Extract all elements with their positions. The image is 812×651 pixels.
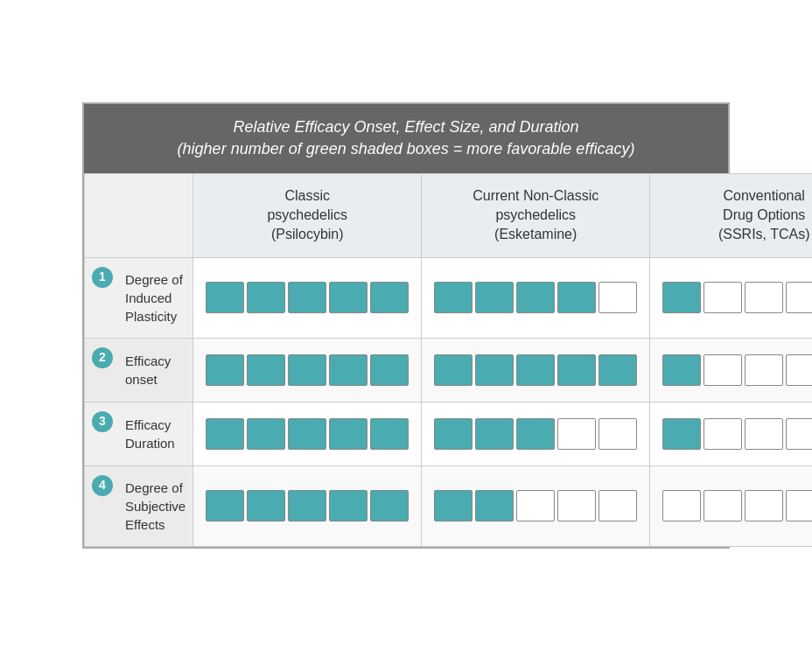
empty-box (516, 490, 555, 522)
empty-box (704, 282, 742, 313)
filled-box (662, 282, 701, 313)
empty-box (786, 282, 812, 313)
empty-box (704, 490, 742, 522)
header-nonclassic: Current Non-Classicpsychedelics(Esketami… (422, 173, 650, 257)
filled-box (288, 418, 326, 450)
filled-box (370, 354, 409, 386)
box-group (206, 282, 409, 313)
empty-box (598, 282, 637, 313)
row-label-text: Degree of Subjective Effects (125, 479, 186, 534)
row-label-0: 1Degree of Induced Plasticity (85, 257, 193, 338)
row-label-text: Efficacy onset (125, 352, 186, 388)
filled-box (434, 490, 472, 522)
header-classic: Classicpsychedelics(Psilocybin) (193, 173, 422, 257)
data-cell-conventional (650, 466, 812, 546)
box-group (662, 354, 812, 386)
empty-box (745, 282, 783, 313)
empty-box (598, 418, 637, 450)
filled-box (247, 282, 285, 313)
empty-box (745, 418, 783, 450)
filled-box (557, 282, 596, 313)
data-cell-conventional (650, 402, 812, 466)
row-label-text: Degree of Induced Plasticity (125, 270, 186, 326)
filled-box (475, 418, 514, 450)
empty-box (662, 490, 701, 522)
filled-box (662, 418, 701, 450)
header-row: Classicpsychedelics(Psilocybin) Current … (85, 173, 813, 257)
filled-box (329, 354, 368, 386)
filled-box (288, 354, 326, 386)
empty-box (745, 490, 783, 522)
filled-box (516, 418, 555, 450)
row-number: 4 (92, 475, 113, 496)
data-cell-classic (193, 338, 422, 402)
filled-box (662, 354, 701, 386)
filled-box (247, 418, 285, 450)
filled-box (329, 490, 368, 522)
data-cell-conventional (650, 257, 812, 338)
table-row: 1Degree of Induced Plasticity (85, 257, 813, 338)
filled-box (475, 282, 514, 313)
row-label-text: Efficacy Duration (125, 416, 186, 452)
filled-box (247, 490, 285, 522)
empty-box (786, 354, 812, 386)
empty-box (557, 490, 596, 522)
title-line1: Relative Efficacy Onset, Effect Size, an… (233, 118, 578, 136)
row-label-3: 4Degree of Subjective Effects (85, 466, 193, 546)
box-group (206, 490, 409, 522)
filled-box (557, 354, 596, 386)
filled-box (598, 354, 637, 386)
box-group (662, 418, 812, 450)
box-group (434, 354, 637, 386)
data-cell-nonclassic (422, 466, 650, 546)
box-group (206, 354, 409, 386)
data-cell-classic (193, 257, 422, 338)
filled-box (247, 354, 285, 386)
filled-box (434, 354, 472, 386)
empty-box (704, 418, 742, 450)
filled-box (516, 354, 555, 386)
row-number: 3 (92, 411, 113, 432)
data-cell-classic (193, 402, 422, 466)
box-group (662, 282, 812, 313)
filled-box (206, 418, 244, 450)
filled-box (516, 282, 555, 313)
title-line2: (higher number of green shaded boxes = m… (178, 140, 635, 158)
row-label-1: 2Efficacy onset (85, 338, 193, 402)
chart-container: Relative Efficacy Onset, Effect Size, an… (82, 102, 730, 549)
empty-box (557, 418, 596, 450)
data-cell-nonclassic (422, 402, 650, 466)
box-group (434, 282, 637, 313)
empty-box (745, 354, 783, 386)
table-row: 2Efficacy onset (85, 338, 813, 402)
filled-box (206, 354, 244, 386)
empty-box (786, 418, 812, 450)
filled-box (475, 490, 514, 522)
filled-box (329, 418, 368, 450)
box-group (434, 490, 637, 522)
box-group (662, 490, 812, 522)
filled-box (475, 354, 514, 386)
filled-box (206, 490, 244, 522)
data-cell-nonclassic (422, 257, 650, 338)
data-cell-classic (193, 466, 422, 546)
row-number: 1 (92, 267, 113, 288)
box-group (206, 418, 409, 450)
table-row: 4Degree of Subjective Effects (85, 466, 813, 546)
row-number: 2 (92, 347, 113, 368)
filled-box (288, 490, 326, 522)
header-empty (85, 173, 193, 257)
filled-box (370, 490, 409, 522)
chart-title: Relative Efficacy Onset, Effect Size, an… (84, 104, 728, 172)
filled-box (206, 282, 244, 313)
row-label-2: 3Efficacy Duration (85, 402, 193, 466)
box-group (434, 418, 637, 450)
filled-box (288, 282, 326, 313)
empty-box (704, 354, 742, 386)
filled-box (434, 282, 472, 313)
empty-box (786, 490, 812, 522)
empty-box (598, 490, 637, 522)
data-cell-nonclassic (422, 338, 650, 402)
header-conventional: ConventionalDrug Options(SSRIs, TCAs) (650, 173, 812, 257)
data-cell-conventional (650, 338, 812, 402)
